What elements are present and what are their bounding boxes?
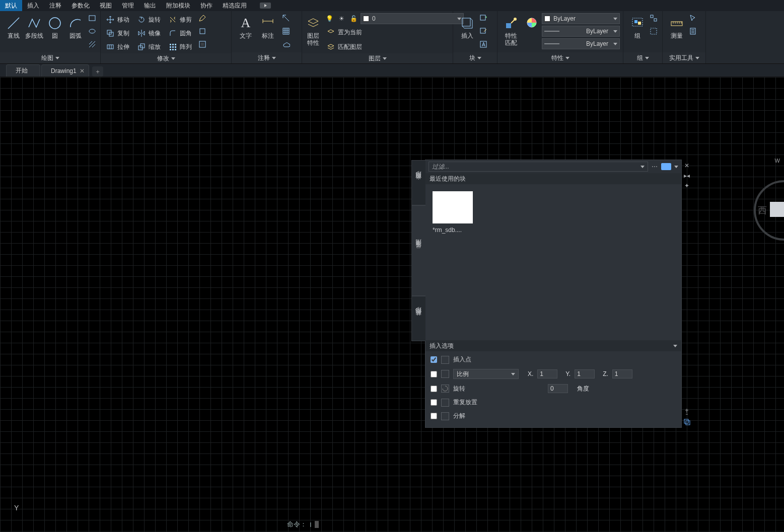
menu-annotate[interactable]: 注释	[44, 0, 66, 11]
tool-copy[interactable]: 复制	[104, 27, 132, 40]
repeat-icon	[441, 399, 449, 407]
menu-default[interactable]: 默认	[0, 0, 22, 11]
explode-checkbox[interactable]	[431, 413, 437, 419]
menu-output[interactable]: 输出	[139, 0, 161, 11]
tool-set-current-layer[interactable]: 置为当前	[324, 26, 464, 39]
scale-z-input[interactable]	[612, 369, 632, 378]
side-tab-other-drawing[interactable]: 其他图形	[411, 296, 425, 341]
leader-icon[interactable]	[281, 13, 291, 23]
blocks-label-icon[interactable]	[683, 418, 690, 425]
view-cube[interactable]: 西	[749, 180, 784, 251]
tool-group[interactable]: 组	[626, 13, 649, 39]
view-mode-dropdown-icon[interactable]	[674, 166, 678, 168]
tool-scale[interactable]: 缩放	[135, 40, 163, 53]
scale-checkbox[interactable]	[431, 371, 437, 377]
layer-lock-icon[interactable]: 🔓	[348, 14, 359, 24]
tool-fillet[interactable]: 圆角	[166, 27, 194, 40]
expand-icon[interactable]	[272, 57, 276, 59]
menu-addins[interactable]: 附加模块	[161, 0, 195, 11]
menu-collab[interactable]: 协作	[195, 0, 218, 11]
tool-insert-block[interactable]: 插入	[456, 13, 478, 39]
block-item-rm_sdb[interactable]: *rm_sdb....	[433, 191, 473, 234]
side-tab-current-drawing[interactable]: 当前图形	[411, 160, 425, 205]
modify-block-icon[interactable]	[197, 26, 207, 36]
calc-icon[interactable]	[688, 26, 698, 36]
command-line[interactable]: 命令： I	[287, 520, 319, 529]
tool-array[interactable]: 阵列	[166, 40, 194, 53]
block-edit-icon[interactable]	[478, 26, 488, 36]
menu-featured[interactable]: 精选应用	[218, 0, 252, 11]
app-switcher-icon[interactable]	[260, 3, 271, 9]
collapse-icon[interactable]	[673, 345, 677, 347]
menu-view[interactable]: 视图	[95, 0, 117, 11]
expand-icon[interactable]	[383, 57, 387, 60]
scale-y-input[interactable]	[575, 369, 595, 378]
tool-mirror[interactable]: 镜像	[135, 27, 163, 40]
menu-insert[interactable]: 插入	[22, 0, 44, 11]
menu-parametric[interactable]: 参数化	[66, 0, 95, 11]
tool-line[interactable]: 直线	[3, 13, 24, 39]
insert-point-checkbox[interactable]	[431, 356, 437, 363]
ungroup-icon[interactable]	[649, 13, 659, 23]
tool-rotate[interactable]: 旋转	[135, 13, 163, 26]
expand-icon[interactable]	[171, 57, 175, 60]
tool-move[interactable]: 移动	[104, 13, 132, 26]
layer-bulb-icon[interactable]: 💡	[324, 14, 334, 24]
cube-face[interactable]	[770, 202, 784, 217]
group-edit-icon[interactable]	[649, 26, 659, 36]
expand-icon[interactable]	[55, 57, 59, 59]
tool-match-layer[interactable]: 匹配图层	[324, 40, 464, 53]
color-wheel-icon[interactable]	[525, 13, 539, 28]
section-recent-blocks: 最近使用的块 *rm_sdb....	[425, 173, 681, 340]
tool-match-properties[interactable]: 特性 匹配	[501, 13, 522, 46]
tool-stretch[interactable]: 拉伸	[104, 40, 132, 53]
select-icon[interactable]	[688, 13, 698, 23]
tool-text[interactable]: A 文字	[235, 13, 257, 39]
tool-measure[interactable]: 测量	[666, 13, 688, 39]
filter-more-icon[interactable]: ⋯	[651, 163, 658, 170]
tool-arc[interactable]: 圆弧	[65, 13, 86, 39]
table-icon[interactable]	[281, 26, 291, 36]
draw-tool-ellipse-icon[interactable]	[87, 26, 97, 36]
panel-settings-icon[interactable]: ✦	[683, 182, 690, 189]
tool-circle[interactable]: 圆	[45, 13, 65, 39]
draw-tool-hatch-icon[interactable]	[87, 39, 97, 49]
menu-manage[interactable]: 管理	[117, 0, 139, 11]
layer-sun-icon[interactable]: ☀	[336, 14, 346, 24]
tool-layer-properties[interactable]: 图层 特性	[305, 13, 321, 46]
expand-icon[interactable]	[645, 57, 649, 59]
expand-icon[interactable]	[477, 57, 481, 59]
tab-start[interactable]: 开始	[6, 64, 40, 77]
tab-drawing1[interactable]: Drawing1 ✕	[41, 64, 89, 77]
block-attr-icon[interactable]: A	[478, 39, 488, 49]
expand-icon[interactable]	[695, 57, 699, 59]
linetype-dropdown[interactable]: ByLayer	[542, 38, 620, 49]
layer-dropdown[interactable]: 0	[361, 13, 464, 24]
tool-trim[interactable]: 修剪	[166, 13, 194, 26]
repeat-checkbox[interactable]	[431, 399, 437, 406]
lineweight-dropdown[interactable]: ByLayer	[542, 26, 620, 37]
scale-mode-dropdown[interactable]: 比例	[453, 369, 519, 379]
drawing-canvas[interactable]: 西 W 命令： I 当前图形 最近使用 其他图形 ✕ ▸◂ ✦ 过滤...	[0, 77, 784, 532]
thumbnail-view-icon[interactable]	[661, 163, 671, 170]
side-tab-recent[interactable]: 最近使用	[411, 205, 425, 296]
tool-dimension[interactable]: 标注	[257, 13, 279, 39]
section-options-title: 插入选项	[430, 342, 454, 350]
panel-collapse-icon[interactable]: ▸◂	[683, 172, 690, 179]
draw-tool-rect-icon[interactable]	[87, 13, 97, 23]
panel-pin-icon[interactable]	[683, 408, 690, 415]
rotate-angle-input[interactable]	[548, 384, 568, 393]
close-icon[interactable]: ✕	[80, 67, 86, 73]
panel-close-icon[interactable]: ✕	[683, 162, 690, 169]
expand-icon[interactable]	[565, 57, 569, 59]
block-create-icon[interactable]	[478, 13, 488, 23]
filter-dropdown[interactable]: 过滤...	[429, 162, 648, 172]
scale-x-input[interactable]	[537, 369, 557, 378]
color-dropdown[interactable]: ByLayer	[542, 13, 620, 24]
new-tab-button[interactable]: ＋	[92, 66, 103, 77]
modify-pencil-icon[interactable]	[197, 13, 207, 23]
rotate-checkbox[interactable]	[431, 386, 437, 392]
tool-polyline[interactable]: 多段线	[24, 13, 44, 39]
modify-region-icon[interactable]	[197, 39, 207, 49]
cloud-icon[interactable]	[281, 39, 291, 49]
